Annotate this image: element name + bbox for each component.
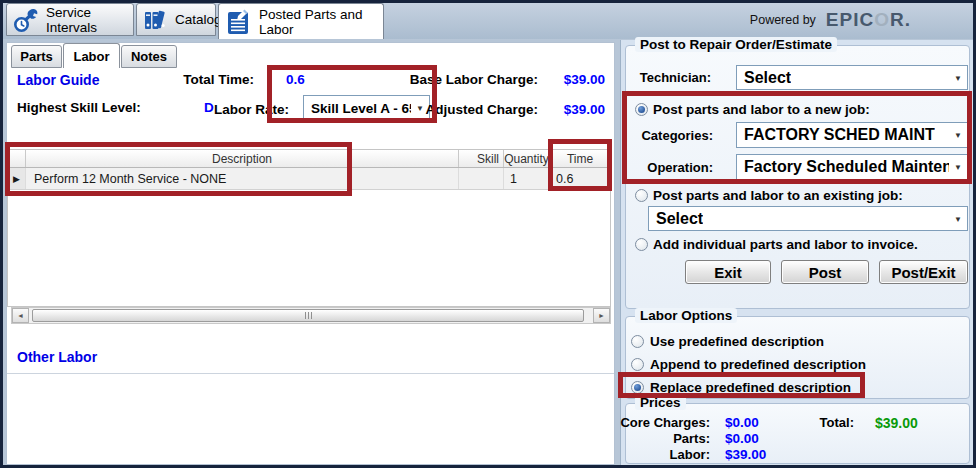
dropdown-arrow-icon: ▼ <box>954 214 962 223</box>
categories-dropdown[interactable]: FACTORY SCHED MAINT ▼ <box>736 122 968 148</box>
row-marker-icon: ▶ <box>8 168 26 189</box>
column-header-skill-label: Skill <box>477 152 499 166</box>
post-groupbox-title: Post to Repair Order/Estimate <box>635 37 837 52</box>
scrollbar-thumb[interactable] <box>32 309 584 322</box>
radio-option-append-predefined[interactable]: Append to predefined description <box>631 357 961 373</box>
radio-label-append-predefined: Append to predefined description <box>650 357 866 372</box>
column-header-skill[interactable]: Skill <box>459 150 504 167</box>
radio-icon-use-predefined <box>631 335 644 348</box>
scroll-left-icon: ◄ <box>17 312 24 319</box>
labor-guide-heading: Labor Guide <box>17 72 99 88</box>
radio-option-existing-job[interactable]: Post parts and labor to an existing job: <box>635 188 965 204</box>
scroll-right-button[interactable]: ► <box>593 308 610 323</box>
dropdown-arrow-icon: ▼ <box>954 163 962 172</box>
labor-table: Description Skill Quantity Time ▶ Perfor… <box>7 149 611 307</box>
parts-price-value: $0.00 <box>725 431 759 446</box>
adjusted-charge-value: $39.00 <box>564 102 605 117</box>
radio-label-new-job: Post parts and labor to a new job: <box>653 102 870 117</box>
column-header-quantity-label: Quantity <box>504 152 549 166</box>
divider <box>7 373 614 374</box>
epicor-logo: EPICOR. <box>826 9 911 29</box>
column-header-time[interactable]: Time <box>550 150 610 167</box>
post-exit-button[interactable]: Post/Exit <box>879 260 968 284</box>
core-charges-value: $0.00 <box>725 415 759 430</box>
column-header-description-label: Description <box>212 152 272 166</box>
technician-label: Technician: <box>640 70 711 85</box>
horizontal-scrollbar[interactable]: ◄ ► <box>11 307 611 324</box>
technician-dropdown[interactable]: Select ▼ <box>736 65 968 90</box>
radio-option-replace-predefined[interactable]: Replace predefined description <box>631 380 961 396</box>
highest-skill-level-value: D <box>204 100 214 115</box>
radio-icon-append-predefined <box>631 358 644 371</box>
tab-service-intervals[interactable]: Service Intervals <box>6 3 134 36</box>
operation-label: Operation: <box>647 160 713 175</box>
cell-description: Perform 12 Month Service - NONE <box>26 168 459 189</box>
cell-skill <box>459 168 504 189</box>
tab-catalog-label: Catalog <box>175 12 222 27</box>
dropdown-arrow-icon: ▼ <box>416 104 424 113</box>
existing-job-dropdown[interactable]: Select ▼ <box>648 206 968 231</box>
service-intervals-icon <box>13 7 39 33</box>
column-header-quantity[interactable]: Quantity <box>504 150 550 167</box>
total-time-value: 0.6 <box>286 72 305 87</box>
base-labor-charge-value: $39.00 <box>564 72 605 87</box>
tab-posted-parts-and-labor[interactable]: Posted Parts and Labor <box>218 3 384 39</box>
base-labor-charge-label: Base Labor Charge: <box>410 72 538 87</box>
dropdown-arrow-icon: ▼ <box>954 73 962 82</box>
total-price-label: Total: <box>820 415 854 430</box>
radio-label-use-predefined: Use predefined description <box>650 334 824 349</box>
total-time-label: Total Time: <box>183 72 254 87</box>
column-header-description[interactable]: Description <box>26 150 459 167</box>
exit-button-label: Exit <box>714 264 742 281</box>
dropdown-arrow-icon: ▼ <box>954 131 962 140</box>
labor-rate-value: Skill Level A - 65 <box>311 101 411 116</box>
radio-icon-invoice <box>635 238 648 251</box>
column-header-marker[interactable] <box>8 150 26 167</box>
radio-option-new-job[interactable]: Post parts and labor to a new job: <box>635 102 965 118</box>
table-row[interactable]: ▶ Perform 12 Month Service - NONE 1 0.6 <box>8 168 610 190</box>
exit-button[interactable]: Exit <box>685 260 771 284</box>
prices-title: Prices <box>635 395 686 410</box>
tab-posted-parts-label: Posted Parts and Labor <box>259 7 373 37</box>
cell-quantity: 1 <box>504 168 550 189</box>
total-price-value: $39.00 <box>875 415 918 431</box>
tab-catalog[interactable]: Catalog <box>136 3 216 36</box>
labor-price-value: $39.00 <box>725 447 766 462</box>
tab-parts-label: Parts <box>20 49 53 64</box>
table-header-row: Description Skill Quantity Time <box>8 150 610 168</box>
categories-label: Categories: <box>641 128 713 143</box>
radio-icon-existing-job <box>635 189 648 202</box>
radio-option-invoice[interactable]: Add individual parts and labor to invoic… <box>635 237 965 253</box>
other-labor-heading: Other Labor <box>17 349 97 365</box>
scroll-left-button[interactable]: ◄ <box>12 308 29 323</box>
powered-by: Powered by EPICOR. <box>750 3 911 36</box>
core-charges-label: Core Charges: <box>620 415 710 430</box>
tab-parts[interactable]: Parts <box>11 45 62 68</box>
radio-icon-replace-predefined <box>631 381 644 394</box>
parts-price-label: Parts: <box>673 431 710 446</box>
operation-dropdown[interactable]: Factory Scheduled Maintenance ▼ <box>736 154 968 180</box>
labor-rate-dropdown[interactable]: Skill Level A - 65 ▼ <box>303 95 430 121</box>
column-header-time-label: Time <box>567 152 593 166</box>
radio-label-invoice: Add individual parts and labor to invoic… <box>653 237 918 252</box>
tab-notes-label: Notes <box>131 49 167 64</box>
tab-labor[interactable]: Labor <box>63 43 120 68</box>
cell-time: 0.6 <box>550 168 610 189</box>
posted-parts-icon <box>225 8 252 36</box>
labor-options-title: Labor Options <box>635 308 737 323</box>
powered-by-label: Powered by <box>750 13 816 27</box>
radio-label-replace-predefined: Replace predefined description <box>650 380 851 395</box>
technician-value: Select <box>744 69 791 87</box>
categories-value: FACTORY SCHED MAINT <box>744 126 935 144</box>
post-exit-button-label: Post/Exit <box>891 264 955 281</box>
tab-notes[interactable]: Notes <box>121 45 177 68</box>
radio-option-use-predefined[interactable]: Use predefined description <box>631 334 961 350</box>
catalog-icon <box>143 7 168 33</box>
labor-rate-label: Labor Rate: <box>214 102 289 117</box>
window: Service Intervals Catalog <box>0 0 976 468</box>
tab-labor-label: Labor <box>73 49 109 64</box>
highest-skill-level-label: Highest Skill Level: <box>17 100 141 115</box>
existing-job-value: Select <box>656 210 703 228</box>
post-button[interactable]: Post <box>781 260 869 284</box>
labor-price-label: Labor: <box>670 447 710 462</box>
